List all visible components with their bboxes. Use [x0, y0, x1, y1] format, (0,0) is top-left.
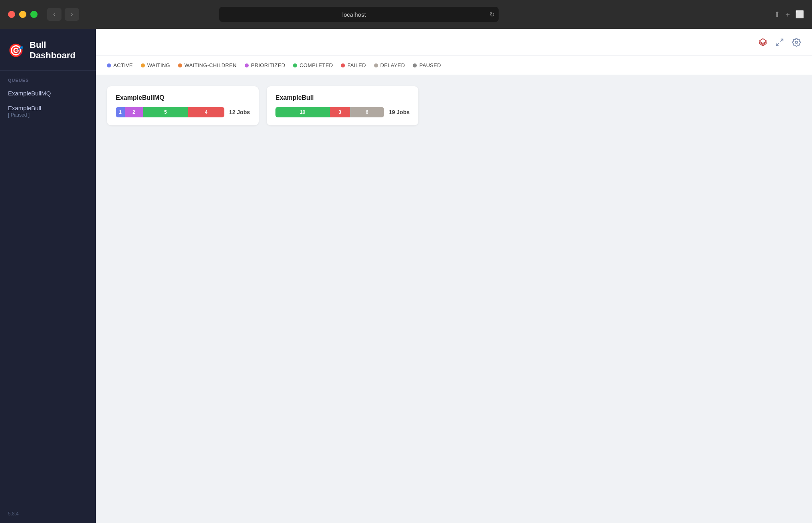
main-content: ACTIVE WAITING WAITING-CHILDREN PRIORITI… — [96, 29, 812, 523]
top-bar-actions — [759, 38, 801, 47]
traffic-light-minimize[interactable] — [19, 11, 26, 18]
legend-item-waiting-children[interactable]: WAITING-CHILDREN — [178, 62, 237, 68]
settings-icon-button[interactable] — [792, 38, 801, 47]
legend-label-failed: FAILED — [347, 62, 366, 68]
queue-card-title-1: ExampleBull — [275, 94, 410, 101]
traffic-light-close[interactable] — [8, 11, 15, 18]
sidebar-item-examplebull[interactable]: ExampleBull [ Paused ] — [0, 101, 96, 122]
queue-bar-container-0: 125412 Jobs — [116, 107, 250, 117]
top-bar — [96, 29, 812, 56]
legend-dot-completed — [293, 63, 297, 67]
queue-bar-segment-0-3: 4 — [188, 107, 224, 117]
address-bar-input[interactable] — [219, 7, 499, 22]
reload-button[interactable]: ↻ — [489, 11, 495, 18]
legend-item-paused[interactable]: PAUSED — [413, 62, 441, 68]
browser-nav-controls: ‹ › — [47, 8, 79, 21]
traffic-light-maximize[interactable] — [30, 11, 38, 18]
layers-icon-button[interactable] — [759, 38, 767, 47]
legend-label-waiting: WAITING — [147, 62, 170, 68]
share-button[interactable]: ⬆ — [774, 10, 780, 19]
svg-line-1 — [780, 39, 783, 41]
expand-icon-button[interactable] — [775, 38, 784, 47]
legend-item-completed[interactable]: COMPLETED — [293, 62, 333, 68]
app-title: Bull Dashboard — [30, 40, 88, 61]
browser-actions: ⬆ ＋ ⬜ — [774, 10, 804, 19]
legend-dot-active — [107, 63, 111, 67]
sidebar-version: 5.8.4 — [0, 505, 96, 523]
sidebar-item-examplebull-label: ExampleBull — [8, 105, 88, 111]
legend-label-completed: COMPLETED — [299, 62, 333, 68]
browser-forward-button[interactable]: › — [65, 8, 79, 21]
sidebar-item-examplebull-badge: [ Paused ] — [8, 112, 88, 118]
legend-dot-paused — [413, 63, 417, 67]
queue-jobs-count-0: 12 Jobs — [229, 109, 250, 115]
legend-dot-waiting-children — [178, 63, 182, 67]
queue-bar-segment-1-1: 3 — [330, 107, 350, 117]
queue-bar-segment-1-2: 6 — [350, 107, 384, 117]
legend-dot-failed — [341, 63, 345, 67]
traffic-lights — [8, 11, 38, 18]
sidebar-header: 🎯 Bull Dashboard — [0, 29, 96, 71]
sidebar-section-queues-label: QUEUES — [0, 71, 96, 86]
legend-label-prioritized: PRIORITIZED — [251, 62, 285, 68]
legend-item-active[interactable]: ACTIVE — [107, 62, 133, 68]
legend-item-delayed[interactable]: DELAYED — [374, 62, 405, 68]
svg-line-2 — [776, 43, 779, 45]
app-logo-icon: 🎯 — [8, 43, 24, 58]
queue-bar-1: 1036 — [275, 107, 384, 117]
queue-jobs-count-1: 19 Jobs — [389, 109, 410, 115]
queue-bar-segment-0-1: 2 — [125, 107, 143, 117]
address-bar-container: ↻ — [219, 7, 499, 22]
queue-bar-segment-0-0: 1 — [116, 107, 125, 117]
legend-dot-waiting — [141, 63, 145, 67]
filter-legend: ACTIVE WAITING WAITING-CHILDREN PRIORITI… — [96, 56, 812, 75]
queue-bar-segment-0-2: 5 — [143, 107, 188, 117]
queue-cards-area: ExampleBullMQ125412 JobsExampleBull10361… — [96, 75, 812, 523]
sidebar-toggle-button[interactable]: ⬜ — [795, 10, 804, 19]
legend-item-prioritized[interactable]: PRIORITIZED — [245, 62, 285, 68]
app-container: 🎯 Bull Dashboard QUEUES ExampleBullMQ Ex… — [0, 29, 812, 523]
legend-item-failed[interactable]: FAILED — [341, 62, 366, 68]
legend-dot-delayed — [374, 63, 378, 67]
queue-card-examplebull[interactable]: ExampleBull103619 Jobs — [267, 86, 418, 125]
legend-label-waiting-children: WAITING-CHILDREN — [184, 62, 237, 68]
svg-point-3 — [795, 41, 798, 44]
sidebar-item-examplebullmq[interactable]: ExampleBullMQ — [0, 86, 96, 101]
browser-chrome: ‹ › ↻ ⬆ ＋ ⬜ — [0, 0, 812, 29]
legend-label-active: ACTIVE — [113, 62, 133, 68]
legend-dot-prioritized — [245, 63, 249, 67]
queue-bar-segment-1-0: 10 — [275, 107, 330, 117]
legend-item-waiting[interactable]: WAITING — [141, 62, 170, 68]
browser-back-button[interactable]: ‹ — [47, 8, 61, 21]
new-tab-button[interactable]: ＋ — [784, 10, 791, 19]
sidebar: 🎯 Bull Dashboard QUEUES ExampleBullMQ Ex… — [0, 29, 96, 523]
legend-label-delayed: DELAYED — [380, 62, 405, 68]
legend-label-paused: PAUSED — [419, 62, 441, 68]
queue-bar-0: 1254 — [116, 107, 224, 117]
sidebar-item-examplebullmq-label: ExampleBullMQ — [8, 90, 88, 97]
queue-card-examplebullmq[interactable]: ExampleBullMQ125412 Jobs — [107, 86, 259, 125]
queue-bar-container-1: 103619 Jobs — [275, 107, 410, 117]
queue-card-title-0: ExampleBullMQ — [116, 94, 250, 101]
